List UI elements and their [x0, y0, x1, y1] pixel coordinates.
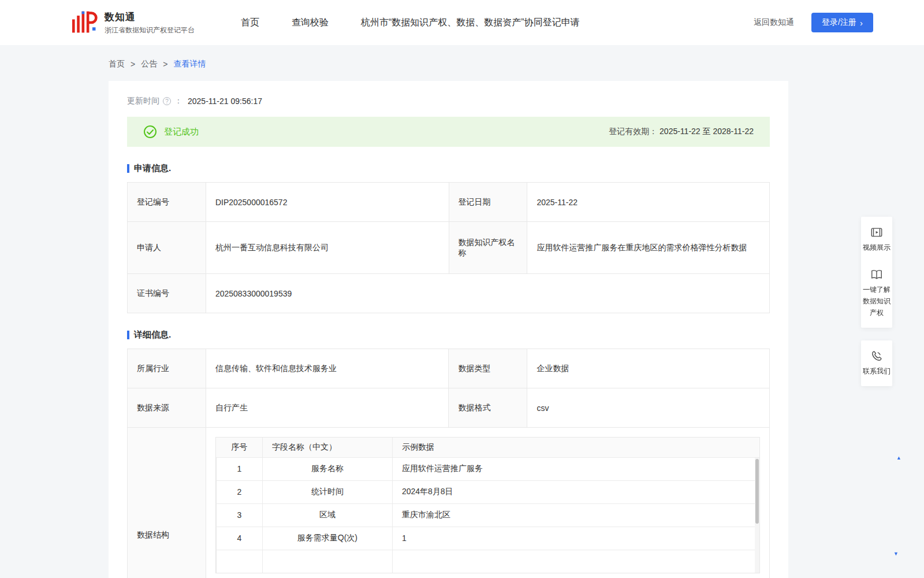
- table-header-row: 序号 字段名称（中文） 示例数据: [216, 438, 759, 457]
- cell-index: 3: [216, 503, 262, 527]
- update-time-value: 2025-11-21 09:56:17: [188, 97, 262, 106]
- table-row: 登记编号 DIP2025000016572 登记日期 2025-11-22: [128, 183, 770, 222]
- nav-hangzhou-coregistration[interactable]: 杭州市“数据知识产权、数据、数据资产”协同登记申请: [361, 17, 580, 29]
- industry-value: 信息传输、软件和信息技术服务业: [206, 349, 449, 388]
- table-row: 数据结构 序号 字段名称（中文） 示例数据 1 服务名称 应用软件运营推广: [128, 428, 770, 578]
- back-to-shuzhitong-link[interactable]: 返回数知通: [754, 17, 794, 28]
- data-structure-label: 数据结构: [128, 428, 206, 578]
- sidebar-item-video-label: 视频展示: [863, 242, 891, 253]
- top-header: 数知通 浙江省数据知识产权登记平台 首页 查询校验 杭州市“数据知识产权、数据、…: [0, 0, 924, 45]
- table-row: 所属行业 信息传输、软件和信息技术服务业 数据类型 企业数据: [128, 349, 770, 388]
- applicant-label: 申请人: [128, 222, 206, 274]
- data-structure-table: 序号 字段名称（中文） 示例数据 1 服务名称 应用软件运营推广服务 2 统计时…: [216, 438, 759, 573]
- data-type-value: 企业数据: [527, 349, 770, 388]
- table-row: 4 服务需求量Q(次) 1: [216, 527, 759, 550]
- section-bar: [127, 164, 129, 173]
- cert-no-value: 20250833000019539: [206, 274, 769, 313]
- section-title-apply-text: 申请信息.: [134, 163, 171, 174]
- breadcrumb-home[interactable]: 首页: [109, 59, 125, 69]
- apply-info-table: 登记编号 DIP2025000016572 登记日期 2025-11-22 申请…: [127, 182, 770, 313]
- breadcrumb-separator: >: [131, 60, 135, 69]
- table-row: 2 统计时间 2024年8月8日: [216, 480, 759, 503]
- floating-sidebar: 视频展示 一键了解数据知识产权 联系我们: [861, 217, 892, 386]
- section-title-apply: 申请信息.: [127, 163, 770, 174]
- reg-no-label: 登记编号: [128, 183, 206, 222]
- breadcrumb-separator: >: [163, 60, 167, 69]
- cell-field-name: 服务需求量Q(次): [262, 527, 392, 550]
- data-source-value: 自行产生: [206, 388, 449, 428]
- phone-icon: [870, 350, 883, 362]
- login-register-button[interactable]: 登录/注册 ›: [811, 13, 873, 32]
- dip-name-value: 应用软件运营推广服务在重庆地区的需求价格弹性分析数据: [527, 222, 770, 274]
- table-row: 3 区域 重庆市渝北区: [216, 503, 759, 527]
- cell-sample-data: 2024年8月8日: [392, 480, 759, 503]
- logo-text: 数知通 浙江省数据知识产权登记平台: [105, 10, 195, 35]
- data-source-label: 数据来源: [128, 388, 206, 428]
- sidebar-item-video[interactable]: 视频展示: [863, 226, 891, 253]
- cell-sample-data: 应用软件运营推广服务: [392, 457, 759, 480]
- validity-label: 登记有效期：: [609, 127, 657, 136]
- success-check-icon: [143, 125, 157, 139]
- cell-field-name: 区域: [262, 503, 392, 527]
- cell-index: 1: [216, 457, 262, 480]
- video-icon: [870, 226, 883, 239]
- floating-card-contact: 联系我们: [861, 340, 892, 386]
- sidebar-item-learn-dip[interactable]: 一键了解数据知识产权: [863, 268, 891, 318]
- help-icon[interactable]: ?: [163, 97, 171, 105]
- cell-index: 4: [216, 527, 262, 550]
- cell-field-name: 服务名称: [262, 457, 392, 480]
- chevron-right-icon: ›: [860, 18, 863, 27]
- breadcrumb-announcement[interactable]: 公告: [141, 59, 157, 69]
- breadcrumb-current: 查看详情: [173, 59, 206, 69]
- data-structure-table-wrap: 序号 字段名称（中文） 示例数据 1 服务名称 应用软件运营推广服务 2 统计时…: [215, 437, 760, 573]
- table-scrollbar-thumb[interactable]: [755, 459, 759, 524]
- col-header-sample-data: 示例数据: [392, 438, 759, 457]
- book-icon: [870, 268, 883, 281]
- data-format-label: 数据格式: [449, 388, 527, 428]
- col-header-index: 序号: [216, 438, 262, 457]
- section-title-detail-text: 详细信息.: [134, 329, 171, 340]
- section-title-detail: 详细信息.: [127, 329, 770, 340]
- logo-subtitle: 浙江省数据知识产权登记平台: [105, 25, 195, 35]
- registration-status-text: 登记成功: [164, 127, 199, 138]
- section-bar: [127, 331, 129, 339]
- sidebar-item-contact[interactable]: 联系我们: [863, 350, 891, 377]
- industry-label: 所属行业: [128, 349, 206, 388]
- table-scrollbar[interactable]: [755, 458, 759, 573]
- applicant-value: 杭州一番互动信息科技有限公司: [206, 222, 449, 274]
- update-time-label: 更新时间: [127, 96, 159, 106]
- logo-title: 数知通: [105, 10, 195, 24]
- table-row: 数据来源 自行产生 数据格式 csv: [128, 388, 770, 428]
- login-register-label: 登录/注册: [822, 17, 856, 28]
- breadcrumb: 首页 > 公告 > 查看详情: [109, 59, 924, 69]
- floating-card-top: 视频展示 一键了解数据知识产权: [861, 217, 892, 328]
- cell-index: 2: [216, 480, 262, 503]
- update-time-row: 更新时间 ? ： 2025-11-21 09:56:17: [127, 96, 770, 106]
- cert-no-label: 证书编号: [128, 274, 206, 313]
- main-nav: 首页 查询校验 杭州市“数据知识产权、数据、数据资产”协同登记申请: [241, 17, 580, 29]
- table-row: 1 服务名称 应用软件运营推广服务: [216, 457, 759, 480]
- nav-home[interactable]: 首页: [241, 17, 259, 29]
- sidebar-item-contact-label: 联系我们: [863, 365, 891, 377]
- nav-query-verify[interactable]: 查询校验: [292, 17, 329, 29]
- detail-info-table: 所属行业 信息传输、软件和信息技术服务业 数据类型 企业数据 数据来源 自行产生…: [127, 349, 770, 578]
- col-header-field-name: 字段名称（中文）: [262, 438, 392, 457]
- table-row-partial: [216, 550, 759, 573]
- data-type-label: 数据类型: [449, 349, 527, 388]
- success-banner: 登记成功 登记有效期： 2025-11-22 至 2028-11-22: [127, 117, 770, 147]
- table-row: 申请人 杭州一番互动信息科技有限公司 数据知识产权名称 应用软件运营推广服务在重…: [128, 222, 770, 274]
- scroll-up-arrow[interactable]: ▲: [896, 455, 901, 461]
- cell-sample-data: 重庆市渝北区: [392, 503, 759, 527]
- data-structure-cell: 序号 字段名称（中文） 示例数据 1 服务名称 应用软件运营推广服务 2 统计时…: [206, 428, 769, 578]
- sidebar-item-learn-dip-label: 一键了解数据知识产权: [863, 284, 891, 318]
- table-row: 证书编号 20250833000019539: [128, 274, 770, 313]
- cell-field-name: 统计时间: [262, 480, 392, 503]
- reg-date-label: 登记日期: [449, 183, 527, 222]
- update-time-colon: ：: [174, 96, 182, 106]
- detail-card: 更新时间 ? ： 2025-11-21 09:56:17 登记成功 登记有效期：…: [109, 81, 788, 578]
- validity-period: 登记有效期： 2025-11-22 至 2028-11-22: [609, 127, 754, 137]
- scroll-down-arrow[interactable]: ▼: [893, 551, 899, 557]
- header-right: 返回数知通 登录/注册 ›: [754, 13, 873, 32]
- cell-sample-data: 1: [392, 527, 759, 550]
- logo[interactable]: 数知通 浙江省数据知识产权登记平台: [72, 10, 218, 35]
